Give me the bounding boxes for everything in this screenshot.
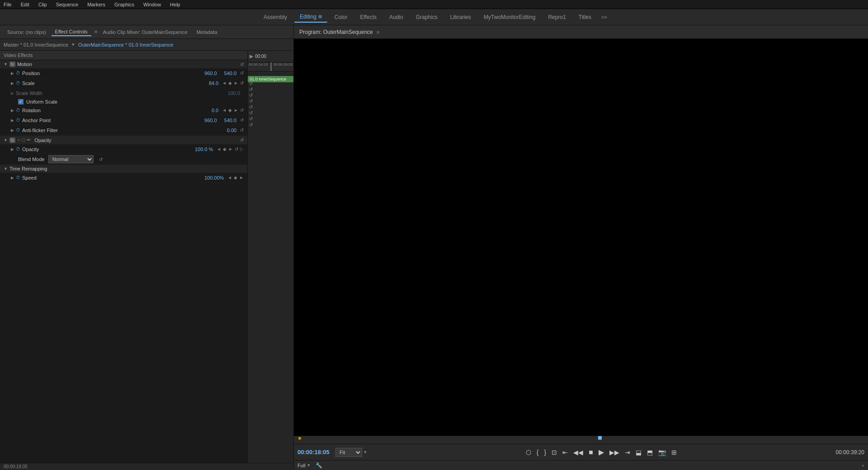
anchor-x[interactable]: 960.0 <box>204 118 217 123</box>
mark-in-btn[interactable]: { <box>535 448 541 457</box>
program-timecode[interactable]: 00:00:18:05 <box>297 449 334 456</box>
rotation-prev-key[interactable]: ◄ <box>222 108 226 113</box>
opacity-group-header[interactable]: ▼ fx ○ □ ✏ Opacity ↺ <box>0 136 247 144</box>
tab-twomonitor[interactable]: MyTwoMonitorEditing <box>478 12 541 22</box>
tab-assembly[interactable]: Assembly <box>258 12 292 22</box>
menu-clip[interactable]: Clip <box>37 2 49 7</box>
stop-btn[interactable]: ■ <box>587 447 595 457</box>
scale-next-key[interactable]: ► <box>234 81 238 85</box>
tab-effect-controls[interactable]: Effect Controls <box>52 28 91 36</box>
scale-expand[interactable]: ▶ <box>11 81 14 85</box>
camera-btn[interactable]: 📷 <box>656 448 668 457</box>
ec-reset-pos[interactable]: ↺ <box>249 86 292 92</box>
position-y[interactable]: 540.0 <box>224 71 237 76</box>
speed-next-key[interactable]: ► <box>239 175 244 180</box>
scale-width-expand[interactable]: ▶ <box>11 91 14 95</box>
time-remapping-header[interactable]: ▼ Time Remapping <box>0 165 247 173</box>
position-reset[interactable]: ↺ <box>240 71 244 76</box>
position-stopwatch[interactable]: ⏱ <box>16 71 20 76</box>
menu-graphics[interactable]: Graphics <box>113 2 136 7</box>
step-back-btn[interactable]: ◀◀ <box>571 448 585 457</box>
anti-flicker-value[interactable]: 0.00 <box>227 128 236 133</box>
tab-libraries[interactable]: Libraries <box>445 12 476 22</box>
wrench-icon[interactable]: 🔧 <box>316 462 322 469</box>
uniform-scale-checkbox[interactable]: ✓ <box>18 99 24 104</box>
speed-value[interactable]: 100.00% <box>204 175 224 180</box>
position-x[interactable]: 960.0 <box>204 71 217 76</box>
ec-reset-scale[interactable]: ↺ <box>249 92 292 98</box>
ec-clip-block[interactable]: 01.0 InnerSequence <box>248 76 293 82</box>
motion-reset[interactable]: ↺ <box>240 62 244 67</box>
menu-window[interactable]: Window <box>142 2 163 7</box>
ec-reset-rot[interactable]: ↺ <box>249 98 292 104</box>
workspace-more[interactable]: >> <box>599 13 610 22</box>
anchor-expand[interactable]: ▶ <box>11 118 14 123</box>
ec-reset-blend[interactable]: ↺ <box>249 122 292 128</box>
opacity-next-key[interactable]: ► <box>228 147 233 152</box>
anchor-y[interactable]: 540.0 <box>224 118 237 123</box>
pen-icon[interactable]: ✏ <box>27 137 31 143</box>
goto-out-btn[interactable]: ⇥ <box>623 448 632 457</box>
opacity-expand[interactable]: ▶ <box>11 147 14 152</box>
scale-value[interactable]: 84.0 <box>209 81 218 86</box>
rotation-reset[interactable]: ↺ <box>240 108 244 113</box>
menu-sequence[interactable]: Sequence <box>54 2 80 7</box>
rotation-next-key[interactable]: ► <box>234 108 238 113</box>
ellipse-icon[interactable]: ○ <box>17 137 20 143</box>
tab-repro1[interactable]: Repro1 <box>542 12 571 22</box>
opacity-toggle[interactable]: ▼ <box>4 138 8 142</box>
position-expand[interactable]: ▶ <box>11 71 14 76</box>
program-add-btn[interactable]: + <box>862 463 864 468</box>
anchor-stopwatch[interactable]: ⏱ <box>16 118 20 123</box>
blend-reset[interactable]: ↺ <box>99 157 103 162</box>
rotation-stopwatch[interactable]: ⏱ <box>16 108 20 113</box>
ec-reset-anti[interactable]: ↺ <box>249 110 292 116</box>
blend-mode-select[interactable]: Normal Dissolve Multiply Screen Overlay <box>48 155 94 163</box>
tab-titles[interactable]: Titles <box>573 12 597 22</box>
insert-btn[interactable]: ⬓ <box>634 448 643 457</box>
tab-editing[interactable]: Editing ⊞ <box>294 12 327 23</box>
tab-audio[interactable]: Audio <box>384 12 409 22</box>
opacity-stopwatch[interactable]: ⏱ <box>16 147 20 152</box>
quality-dropdown[interactable]: ▾ <box>307 462 310 468</box>
time-remapping-toggle[interactable]: ▼ <box>4 166 8 171</box>
speed-prev-key[interactable]: ◄ <box>227 175 232 180</box>
export-frame-btn[interactable]: ⬡ <box>524 448 533 457</box>
ec-play-btn[interactable]: ▶ <box>250 53 253 59</box>
opacity-value[interactable]: 100.0 % <box>195 147 213 152</box>
rotation-add-key[interactable]: ◆ <box>228 108 232 113</box>
speed-expand[interactable]: ▶ <box>11 176 14 180</box>
rect-icon[interactable]: □ <box>22 137 25 143</box>
opacity-prev-key[interactable]: ◄ <box>217 147 221 152</box>
program-fit-dropdown[interactable]: ▾ <box>364 449 367 455</box>
mark-out-btn[interactable]: } <box>542 448 548 457</box>
quality-label[interactable]: Full <box>297 463 306 468</box>
ec-reset-opacity[interactable]: ↺ <box>249 116 292 122</box>
step-fwd-btn[interactable]: ▶▶ <box>608 448 621 457</box>
source-dropdown-arrow[interactable]: ▾ <box>72 42 75 47</box>
anti-flicker-expand[interactable]: ▶ <box>11 128 14 133</box>
motion-group-header[interactable]: ▼ fx Motion ↺ <box>0 60 247 68</box>
menu-markers[interactable]: Markers <box>85 2 107 7</box>
goto-in-btn[interactable]: ⇤ <box>561 448 570 457</box>
scale-add-key[interactable]: ◆ <box>228 81 232 85</box>
tab-source[interactable]: Source: (no clips) <box>4 28 50 36</box>
program-timecode-bar[interactable] <box>294 436 868 444</box>
opacity-reset[interactable]: ↺ <box>240 138 244 142</box>
scale-stopwatch[interactable]: ⏱ <box>16 81 20 85</box>
speed-stopwatch[interactable]: ⏱ <box>16 175 20 180</box>
motion-toggle[interactable]: ▼ <box>4 62 8 66</box>
play-btn[interactable]: ▶ <box>597 447 606 457</box>
overwrite-btn[interactable]: ⬒ <box>645 448 655 457</box>
opacity-reset-btn[interactable]: ↺ <box>235 147 238 152</box>
tab-effects[interactable]: Effects <box>355 12 382 22</box>
rotation-value[interactable]: 0.0 <box>212 108 218 113</box>
scale-prev-key[interactable]: ◄ <box>222 81 226 85</box>
anti-flicker-stopwatch[interactable]: ⏱ <box>16 128 20 133</box>
tab-graphics[interactable]: Graphics <box>410 12 443 22</box>
tab-color[interactable]: Color <box>329 12 353 22</box>
mark-clip-btn[interactable]: ⊡ <box>550 448 559 457</box>
opacity-keyframe-nav[interactable]: ▷ <box>240 147 244 152</box>
menu-file[interactable]: File <box>2 2 14 7</box>
speed-add-key[interactable]: ◆ <box>234 175 237 180</box>
